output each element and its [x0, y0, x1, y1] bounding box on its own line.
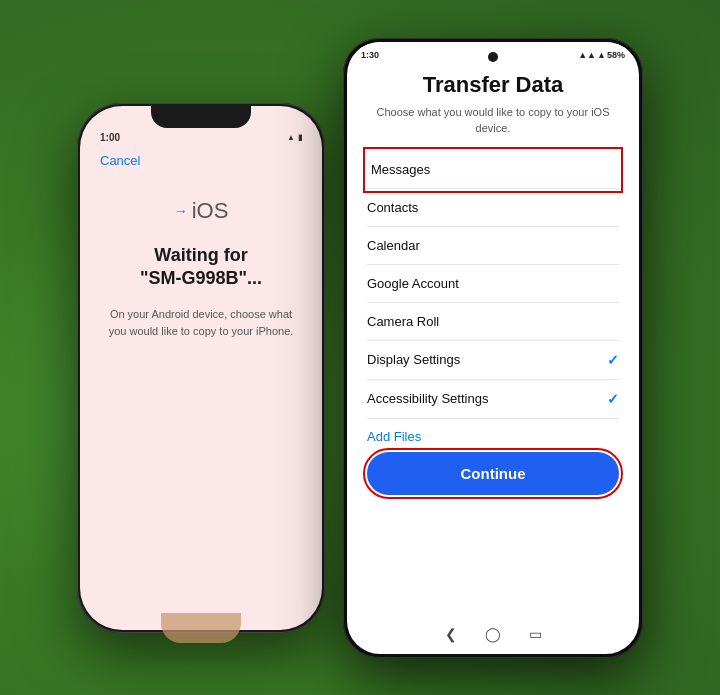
google-account-label: Google Account [367, 276, 459, 291]
samsung-time: 1:30 [361, 50, 379, 60]
transfer-item-messages[interactable]: Messages [367, 151, 619, 189]
iphone-status-icons: ▲ ▮ [287, 133, 302, 142]
continue-btn-wrapper: Continue [367, 452, 619, 495]
transfer-item-calendar[interactable]: Calendar [367, 227, 619, 265]
samsung-nav-bar: ❮ ◯ ▭ [347, 618, 639, 654]
battery-percent: 58% [607, 50, 625, 60]
transfer-item-contacts[interactable]: Contacts [367, 189, 619, 227]
transfer-items-list: Messages Contacts Calendar Google Accoun… [367, 151, 619, 608]
wifi-icon: ▲ [287, 133, 295, 142]
samsung-transfer-content: Transfer Data Choose what you would like… [347, 62, 639, 618]
iphone-cancel-button[interactable]: Cancel [100, 153, 140, 168]
signal-icon: ▲▲ [578, 50, 596, 60]
iphone-time: 1:00 [100, 132, 120, 143]
hand-decoration [161, 613, 241, 643]
iphone-status-bar: 1:00 ▲ ▮ [80, 128, 322, 145]
samsung-status-right: ▲▲ ▴ 58% [578, 50, 625, 60]
ios-logo: → iOS [174, 198, 229, 224]
messages-label: Messages [371, 162, 430, 177]
iphone-notch [151, 106, 251, 128]
wifi-icon: ▴ [599, 50, 604, 60]
transfer-item-display-settings[interactable]: Display Settings ✓ [367, 341, 619, 380]
back-nav-icon[interactable]: ❮ [445, 626, 457, 642]
transfer-subtitle: Choose what you would like to copy to yo… [367, 104, 619, 137]
home-nav-icon[interactable]: ◯ [485, 626, 501, 642]
iphone-device: 1:00 ▲ ▮ Cancel → iOS Waiting for"SM-G99… [77, 103, 325, 633]
calendar-label: Calendar [367, 238, 420, 253]
transfer-title: Transfer Data [367, 72, 619, 98]
recents-nav-icon[interactable]: ▭ [529, 626, 542, 642]
accessibility-settings-label: Accessibility Settings [367, 391, 488, 406]
iphone-subtitle: On your Android device, choose what you … [100, 306, 302, 339]
transfer-item-google-account[interactable]: Google Account [367, 265, 619, 303]
phones-container: 1:00 ▲ ▮ Cancel → iOS Waiting for"SM-G99… [0, 0, 720, 695]
display-settings-label: Display Settings [367, 352, 460, 367]
camera-roll-label: Camera Roll [367, 314, 439, 329]
ios-text: iOS [192, 198, 229, 224]
ios-arrow-icon: → [174, 203, 188, 219]
battery-icon: ▮ [298, 133, 302, 142]
samsung-camera-hole [488, 52, 498, 62]
iphone-waiting-title: Waiting for"SM-G998B"... [140, 244, 262, 291]
add-files-link[interactable]: Add Files [367, 419, 619, 452]
display-settings-checkmark: ✓ [607, 352, 619, 368]
transfer-item-camera-roll[interactable]: Camera Roll [367, 303, 619, 341]
transfer-item-accessibility-settings[interactable]: Accessibility Settings ✓ [367, 380, 619, 419]
iphone-content: Cancel → iOS Waiting for"SM-G998B"... On… [80, 145, 322, 630]
accessibility-settings-checkmark: ✓ [607, 391, 619, 407]
samsung-device: 1:30 ▲▲ ▴ 58% Transfer Data Choose what … [343, 38, 643, 658]
continue-button[interactable]: Continue [367, 452, 619, 495]
contacts-label: Contacts [367, 200, 418, 215]
